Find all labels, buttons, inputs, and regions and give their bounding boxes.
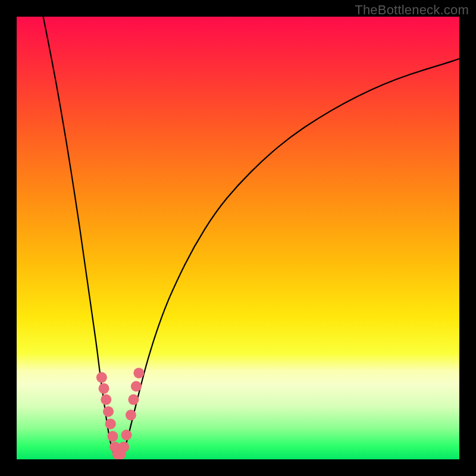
curve-marker: [128, 394, 139, 405]
curve-marker: [118, 441, 129, 452]
curve-marker: [101, 394, 111, 405]
plot-svg: [17, 17, 459, 459]
curve-marker: [103, 406, 114, 417]
curve-marker: [133, 368, 144, 378]
gradient-background: [17, 17, 459, 459]
curve-marker: [121, 430, 132, 440]
curve-marker: [131, 381, 142, 392]
curve-marker: [99, 383, 109, 394]
watermark-text: TheBottleneck.com: [355, 2, 469, 18]
curve-marker: [126, 410, 136, 421]
chart-frame: TheBottleneck.com: [0, 0, 476, 476]
curve-marker: [105, 418, 116, 429]
curve-marker: [96, 372, 107, 383]
curve-marker: [107, 431, 118, 441]
plot-area: [17, 17, 459, 459]
